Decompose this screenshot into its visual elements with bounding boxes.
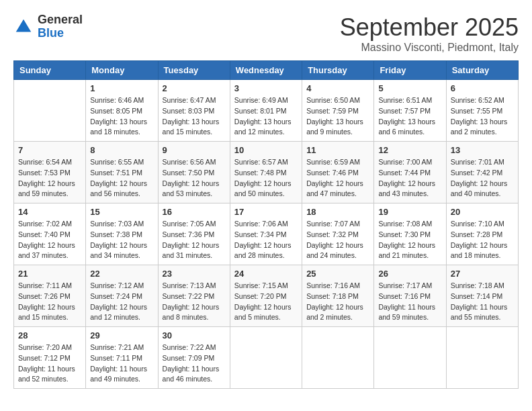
day-number: 25: [306, 269, 369, 279]
calendar-day-cell: 11Sunrise: 6:59 AMSunset: 7:46 PMDayligh…: [302, 142, 374, 203]
day-info: Sunrise: 7:11 AMSunset: 7:26 PMDaylight:…: [18, 281, 81, 323]
day-number: 18: [306, 207, 369, 217]
calendar-day-cell: [446, 327, 518, 389]
calendar-day-cell: 9Sunrise: 6:56 AMSunset: 7:50 PMDaylight…: [158, 142, 230, 203]
day-info: Sunrise: 6:54 AMSunset: 7:53 PMDaylight:…: [18, 157, 81, 199]
day-info: Sunrise: 6:52 AMSunset: 7:55 PMDaylight:…: [451, 95, 514, 138]
day-info: Sunrise: 7:07 AMSunset: 7:32 PMDaylight:…: [306, 219, 369, 261]
day-info: Sunrise: 7:16 AMSunset: 7:18 PMDaylight:…: [306, 281, 369, 323]
day-info: Sunrise: 6:55 AMSunset: 7:51 PMDaylight:…: [90, 157, 153, 199]
calendar-day-cell: 23Sunrise: 7:13 AMSunset: 7:22 PMDayligh…: [158, 265, 230, 327]
calendar-day-cell: 27Sunrise: 7:18 AMSunset: 7:14 PMDayligh…: [446, 265, 518, 327]
day-number: 21: [18, 269, 81, 279]
day-info: Sunrise: 7:15 AMSunset: 7:20 PMDaylight:…: [234, 281, 298, 323]
day-info: Sunrise: 7:17 AMSunset: 7:16 PMDaylight:…: [378, 281, 441, 323]
calendar-day-cell: 5Sunrise: 6:51 AMSunset: 7:57 PMDaylight…: [374, 80, 446, 142]
calendar-week-row: 21Sunrise: 7:11 AMSunset: 7:26 PMDayligh…: [14, 265, 519, 327]
day-number: 7: [18, 145, 81, 155]
calendar-day-cell: 10Sunrise: 6:57 AMSunset: 7:48 PMDayligh…: [230, 142, 302, 203]
day-number: 14: [18, 207, 81, 217]
day-number: 9: [163, 145, 226, 155]
day-number: 10: [234, 145, 298, 155]
location: Massino Visconti, Piedmont, Italy: [340, 42, 519, 54]
calendar-day-cell: [302, 327, 374, 389]
calendar-day-cell: 6Sunrise: 6:52 AMSunset: 7:55 PMDaylight…: [446, 80, 518, 142]
calendar-week-row: 7Sunrise: 6:54 AMSunset: 7:53 PMDaylight…: [14, 142, 519, 203]
day-number: 23: [163, 269, 226, 279]
calendar-header-cell: Friday: [374, 61, 446, 80]
day-number: 12: [378, 145, 441, 155]
day-number: 24: [234, 269, 298, 279]
day-number: 26: [378, 269, 441, 279]
day-info: Sunrise: 6:51 AMSunset: 7:57 PMDaylight:…: [378, 95, 441, 138]
day-number: 16: [163, 207, 226, 217]
day-number: 29: [90, 330, 153, 340]
title-area: September 2025 Massino Visconti, Piedmon…: [340, 13, 519, 54]
calendar-day-cell: 13Sunrise: 7:01 AMSunset: 7:42 PMDayligh…: [446, 142, 518, 203]
day-number: 19: [378, 207, 441, 217]
day-info: Sunrise: 7:20 AMSunset: 7:12 PMDaylight:…: [18, 342, 81, 385]
calendar-day-cell: 3Sunrise: 6:49 AMSunset: 8:01 PMDaylight…: [230, 80, 302, 142]
day-info: Sunrise: 7:21 AMSunset: 7:11 PMDaylight:…: [90, 342, 153, 385]
day-info: Sunrise: 7:02 AMSunset: 7:40 PMDaylight:…: [18, 219, 81, 261]
calendar-day-cell: 29Sunrise: 7:21 AMSunset: 7:11 PMDayligh…: [86, 327, 158, 389]
day-number: 1: [90, 83, 153, 93]
calendar-header-cell: Thursday: [302, 61, 374, 80]
day-info: Sunrise: 7:03 AMSunset: 7:38 PMDaylight:…: [90, 219, 153, 261]
calendar-day-cell: 26Sunrise: 7:17 AMSunset: 7:16 PMDayligh…: [374, 265, 446, 327]
day-info: Sunrise: 7:10 AMSunset: 7:28 PMDaylight:…: [451, 219, 514, 261]
calendar-day-cell: 2Sunrise: 6:47 AMSunset: 8:03 PMDaylight…: [158, 80, 230, 142]
calendar-day-cell: 14Sunrise: 7:02 AMSunset: 7:40 PMDayligh…: [14, 203, 86, 265]
day-number: 13: [451, 145, 514, 155]
calendar-week-row: 14Sunrise: 7:02 AMSunset: 7:40 PMDayligh…: [14, 203, 519, 265]
calendar-header-cell: Sunday: [14, 61, 86, 80]
month-title: September 2025: [340, 13, 519, 42]
day-info: Sunrise: 7:18 AMSunset: 7:14 PMDaylight:…: [451, 281, 514, 323]
day-number: 20: [451, 207, 514, 217]
day-info: Sunrise: 6:46 AMSunset: 8:05 PMDaylight:…: [90, 95, 153, 138]
calendar-table: SundayMondayTuesdayWednesdayThursdayFrid…: [13, 60, 519, 389]
header: General Blue September 2025 Massino Visc…: [13, 13, 519, 54]
day-info: Sunrise: 7:05 AMSunset: 7:36 PMDaylight:…: [163, 219, 226, 261]
calendar-day-cell: 21Sunrise: 7:11 AMSunset: 7:26 PMDayligh…: [14, 265, 86, 327]
day-number: 28: [18, 330, 81, 340]
svg-marker-0: [16, 19, 32, 32]
day-info: Sunrise: 7:22 AMSunset: 7:09 PMDaylight:…: [163, 342, 226, 385]
calendar-header-row: SundayMondayTuesdayWednesdayThursdayFrid…: [14, 61, 519, 80]
calendar-day-cell: 12Sunrise: 7:00 AMSunset: 7:44 PMDayligh…: [374, 142, 446, 203]
day-info: Sunrise: 7:01 AMSunset: 7:42 PMDaylight:…: [451, 157, 514, 199]
calendar-header-cell: Wednesday: [230, 61, 302, 80]
day-number: 5: [378, 83, 441, 93]
day-number: 8: [90, 145, 153, 155]
day-number: 11: [306, 145, 369, 155]
day-number: 17: [234, 207, 298, 217]
calendar-day-cell: 24Sunrise: 7:15 AMSunset: 7:20 PMDayligh…: [230, 265, 302, 327]
day-number: 2: [163, 83, 226, 93]
calendar-week-row: 28Sunrise: 7:20 AMSunset: 7:12 PMDayligh…: [14, 327, 519, 389]
calendar-day-cell: 22Sunrise: 7:12 AMSunset: 7:24 PMDayligh…: [86, 265, 158, 327]
calendar-day-cell: 30Sunrise: 7:22 AMSunset: 7:09 PMDayligh…: [158, 327, 230, 389]
day-info: Sunrise: 6:59 AMSunset: 7:46 PMDaylight:…: [306, 157, 369, 199]
day-number: 6: [451, 83, 514, 93]
day-info: Sunrise: 7:08 AMSunset: 7:30 PMDaylight:…: [378, 219, 441, 261]
calendar-day-cell: 15Sunrise: 7:03 AMSunset: 7:38 PMDayligh…: [86, 203, 158, 265]
calendar-day-cell: 19Sunrise: 7:08 AMSunset: 7:30 PMDayligh…: [374, 203, 446, 265]
day-number: 27: [451, 269, 514, 279]
calendar-day-cell: 7Sunrise: 6:54 AMSunset: 7:53 PMDaylight…: [14, 142, 86, 203]
calendar-day-cell: 18Sunrise: 7:07 AMSunset: 7:32 PMDayligh…: [302, 203, 374, 265]
calendar-day-cell: [14, 80, 86, 142]
day-info: Sunrise: 6:50 AMSunset: 7:59 PMDaylight:…: [306, 95, 369, 138]
calendar-header-cell: Monday: [86, 61, 158, 80]
calendar-body: 1Sunrise: 6:46 AMSunset: 8:05 PMDaylight…: [14, 80, 519, 389]
calendar-day-cell: 8Sunrise: 6:55 AMSunset: 7:51 PMDaylight…: [86, 142, 158, 203]
calendar-day-cell: 1Sunrise: 6:46 AMSunset: 8:05 PMDaylight…: [86, 80, 158, 142]
logo-general: General: [38, 13, 83, 26]
calendar-day-cell: 20Sunrise: 7:10 AMSunset: 7:28 PMDayligh…: [446, 203, 518, 265]
logo-icon: [13, 17, 34, 37]
calendar-header-cell: Saturday: [446, 61, 518, 80]
calendar-day-cell: [374, 327, 446, 389]
logo-text: General Blue: [38, 13, 83, 40]
calendar-day-cell: 17Sunrise: 7:06 AMSunset: 7:34 PMDayligh…: [230, 203, 302, 265]
day-info: Sunrise: 7:06 AMSunset: 7:34 PMDaylight:…: [234, 219, 298, 261]
day-number: 15: [90, 207, 153, 217]
